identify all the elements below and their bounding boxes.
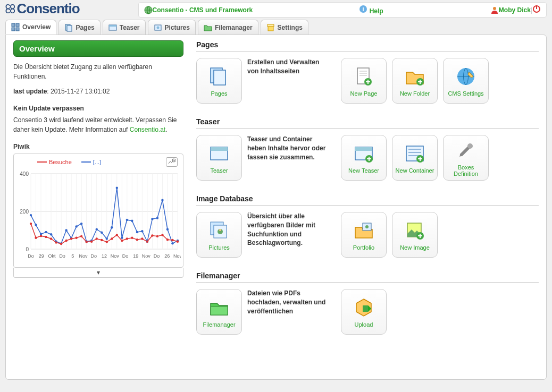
section-heading: Image Database	[196, 194, 539, 203]
svg-point-107	[141, 237, 143, 240]
tile-new-folder[interactable]: New Folder	[392, 58, 438, 104]
svg-rect-9	[16, 28, 19, 31]
tile-new-page[interactable]: New Page	[341, 58, 387, 104]
tile-label: Teaser	[208, 167, 230, 174]
svg-text:i: i	[363, 6, 364, 12]
tile-pictures[interactable]: Pictures	[196, 212, 242, 258]
svg-point-65	[80, 223, 82, 225]
tile-label: New Container	[394, 167, 437, 174]
svg-point-153	[219, 229, 221, 231]
main-tabs: Overview Pages Teaser Pictures Filemanag…	[0, 20, 552, 35]
svg-point-89	[50, 237, 52, 240]
svg-point-91	[60, 243, 62, 245]
svg-rect-16	[268, 27, 273, 31]
power-button[interactable]	[532, 5, 541, 15]
help-link[interactable]: i Help	[359, 5, 383, 15]
tile-upload[interactable]: Upload	[341, 289, 387, 335]
tile-boxes-definition[interactable]: Boxes Definition	[443, 135, 489, 181]
svg-point-93	[70, 237, 72, 240]
svg-point-76	[136, 231, 138, 233]
svg-text:Nov: Nov	[142, 253, 151, 259]
svg-point-71	[111, 226, 113, 228]
pages-icon	[207, 65, 231, 88]
tile-filemanager[interactable]: Filemanager	[196, 289, 242, 335]
svg-point-110	[156, 235, 158, 237]
svg-point-114	[177, 241, 179, 243]
svg-point-155	[365, 225, 369, 228]
tile-label: Pages	[208, 90, 229, 97]
svg-point-101	[111, 237, 113, 240]
svg-point-109	[151, 234, 153, 236]
svg-point-72	[116, 186, 118, 189]
svg-point-103	[121, 240, 123, 242]
chart-collapse-handle[interactable]: ▾	[13, 268, 183, 278]
new-teaser-icon	[352, 142, 375, 165]
tile-label: New Folder	[398, 90, 432, 97]
svg-point-73	[121, 237, 123, 239]
svg-point-100	[106, 241, 108, 243]
svg-point-99	[101, 239, 103, 241]
svg-text:0: 0	[26, 246, 29, 252]
tile-cms-settings[interactable]: CMS Settings	[443, 58, 489, 104]
tile-label: New Image	[398, 244, 432, 251]
app-logo: COCO Consentio	[5, 1, 80, 17]
svg-point-79	[151, 218, 153, 220]
update-text: Consentio 3 wird laufend weiter entwicke…	[13, 115, 183, 134]
new-page-icon	[352, 65, 375, 88]
svg-point-62	[65, 229, 67, 231]
power-icon	[532, 5, 541, 13]
tile-new-container[interactable]: New Container	[392, 135, 438, 181]
tile-label: CMS Settings	[446, 90, 486, 97]
chart-zoom-button[interactable]	[166, 157, 178, 167]
pictures-icon	[207, 219, 231, 242]
tab-filemanager[interactable]: Filemanager	[198, 20, 258, 35]
upload-icon	[352, 296, 375, 319]
svg-text:Do: Do	[122, 253, 129, 259]
tab-overview[interactable]: Overview	[5, 20, 56, 35]
tile-new-image[interactable]: New Image	[392, 212, 438, 258]
tile-new-teaser[interactable]: New Teaser	[341, 135, 387, 181]
info-icon: i	[359, 5, 367, 13]
tile-teaser[interactable]: Teaser	[196, 135, 242, 181]
svg-point-90	[55, 241, 57, 243]
svg-point-64	[75, 225, 77, 227]
line-chart: 0200400Do29OktDo5NovDo12NovDo19NovDo26No…	[16, 168, 181, 263]
svg-rect-11	[67, 25, 72, 31]
consentio-link[interactable]: Consentio.at	[130, 126, 165, 133]
tab-teaser[interactable]: Teaser	[103, 20, 146, 35]
svg-text:Nov: Nov	[79, 253, 88, 259]
tile-label: Filemanager	[200, 321, 237, 328]
tab-pages[interactable]: Pages	[58, 20, 100, 35]
portfolio-icon	[352, 219, 375, 242]
settings-icon	[266, 23, 275, 32]
user-link[interactable]: Moby Dick	[499, 6, 531, 14]
svg-point-77	[141, 230, 143, 232]
tile-label: Pictures	[206, 244, 232, 251]
svg-point-83	[171, 242, 173, 244]
tab-settings[interactable]: Settings	[261, 20, 308, 35]
svg-point-98	[96, 237, 98, 240]
svg-point-86	[35, 237, 37, 239]
svg-text:Nov: Nov	[173, 253, 181, 259]
tile-pages[interactable]: Pages	[196, 58, 242, 104]
svg-point-56	[35, 224, 37, 226]
svg-point-113	[171, 239, 173, 241]
svg-text:Okt: Okt	[48, 253, 56, 259]
svg-point-58	[45, 231, 47, 233]
tile-portfolio[interactable]: Portfolio	[341, 212, 387, 258]
svg-point-87	[40, 235, 42, 237]
svg-point-55	[30, 214, 32, 216]
teaser-icon	[108, 23, 117, 32]
app-title-link[interactable]: Consentio - CMS und Framework	[153, 6, 253, 14]
page-title: Overview	[13, 40, 183, 57]
svg-text:Do: Do	[91, 253, 97, 259]
svg-text:Nov: Nov	[111, 253, 120, 259]
new-container-icon	[403, 142, 426, 165]
new-folder-icon	[403, 65, 426, 88]
filemanager-icon	[207, 296, 231, 319]
new-image-icon	[403, 219, 426, 242]
tab-pictures[interactable]: Pictures	[148, 20, 196, 35]
svg-point-106	[136, 238, 138, 241]
svg-point-59	[50, 233, 52, 235]
tile-label: Boxes Definition	[444, 164, 488, 177]
